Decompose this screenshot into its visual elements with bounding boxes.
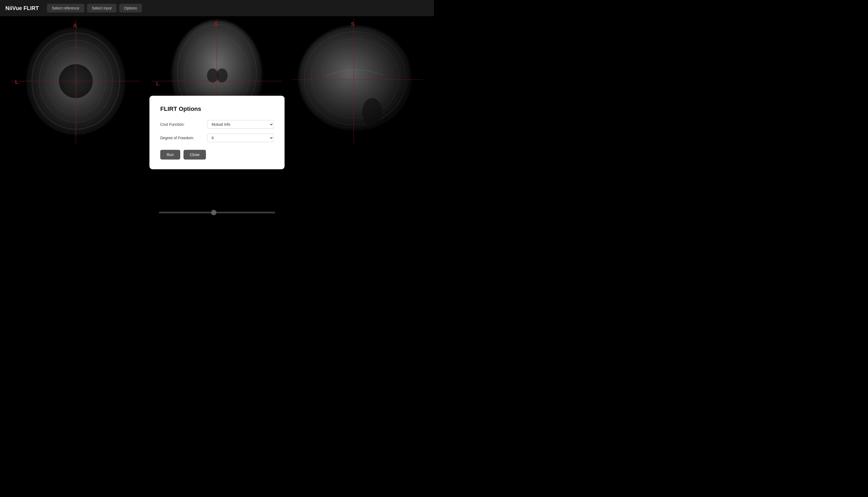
modal-dialog: FLIRT Options Cost Function: Mutual Info… <box>149 96 284 169</box>
options-button[interactable]: Options <box>119 4 142 12</box>
cost-function-label: Cost Function: <box>160 122 208 127</box>
run-button[interactable]: Run <box>160 150 180 159</box>
modal-buttons: Run Close <box>160 150 274 159</box>
dof-label: Degree of Freedom: <box>160 136 208 140</box>
close-button[interactable]: Close <box>183 150 206 159</box>
navbar: NiiVue FLIRT Select reference Select inp… <box>0 0 434 16</box>
app-title: NiiVue FLIRT <box>5 5 39 11</box>
modal-overlay: FLIRT Options Cost Function: Mutual Info… <box>0 16 434 248</box>
cost-function-row: Cost Function: Mutual Info Normalized Mu… <box>160 120 274 129</box>
modal-title: FLIRT Options <box>160 105 274 113</box>
dof-select[interactable]: 6 7 9 12 <box>208 133 274 142</box>
cost-function-select[interactable]: Mutual Info Normalized Mutual Info Corre… <box>208 120 274 129</box>
main-content: A L <box>0 16 434 248</box>
select-reference-button[interactable]: Select reference <box>47 4 84 12</box>
dof-row: Degree of Freedom: 6 7 9 12 <box>160 133 274 142</box>
select-input-button[interactable]: Select input <box>87 4 116 12</box>
